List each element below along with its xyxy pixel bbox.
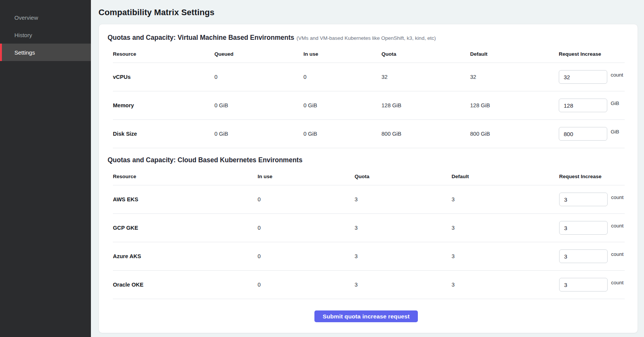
unit-label: count [611, 194, 624, 200]
request-increase-cell: count [559, 278, 625, 292]
unit-label: count [611, 223, 624, 229]
sidebar-item-history[interactable]: History [0, 26, 91, 44]
table-header-row: ResourceQueuedIn useQuotaDefaultRequest … [113, 45, 625, 63]
request-increase-input[interactable] [559, 193, 608, 206]
cell-value: 3 [452, 196, 559, 202]
column-header: Request Increase [559, 174, 625, 179]
page-title: Compatibility Matrix Settings [98, 0, 638, 24]
request-increase-input[interactable] [559, 99, 607, 112]
table-row: GCP GKE033count [113, 214, 625, 242]
table-row: vCPUs003232count [113, 63, 625, 91]
cell-value: 3 [355, 225, 452, 231]
cell-value: 3 [355, 253, 452, 259]
section-vm-environments: Quotas and Capacity: Virtual Machine Bas… [108, 33, 625, 148]
cell-value: 0 [214, 74, 303, 80]
column-header: Quota [381, 51, 470, 57]
column-header: Request Increase [559, 51, 625, 57]
column-header: In use [303, 51, 381, 57]
request-increase-cell: GiB [559, 99, 625, 112]
unit-label: count [611, 72, 623, 78]
table-header-row: ResourceIn useQuotaDefaultRequest Increa… [113, 168, 625, 185]
request-increase-input[interactable] [559, 278, 608, 292]
request-increase-input[interactable] [559, 70, 607, 84]
column-header: Default [470, 51, 559, 57]
resource-name: Memory [113, 102, 214, 108]
table-row: Memory0 GiB0 GiB128 GiB128 GiBGiB [113, 91, 625, 120]
cell-value: 32 [470, 74, 559, 80]
section-heading: Quotas and Capacity: Cloud Based Kuberne… [108, 156, 302, 164]
cell-value: 3 [452, 225, 559, 231]
sidebar: OverviewHistorySettings [0, 0, 91, 337]
submit-quota-increase-button[interactable]: Submit quota increase request [314, 310, 418, 322]
cell-value: 0 GiB [303, 102, 381, 108]
table-body: vCPUs003232countMemory0 GiB0 GiB128 GiB1… [113, 63, 625, 148]
table-row: Azure AKS033count [113, 242, 625, 271]
cell-value: 3 [452, 282, 559, 288]
cell-value: 128 GiB [381, 102, 470, 108]
cell-value: 0 GiB [303, 131, 381, 137]
request-increase-input[interactable] [559, 249, 608, 263]
column-header: Queued [214, 51, 303, 57]
request-increase-cell: count [559, 70, 625, 84]
section-k8s-environments: Quotas and Capacity: Cloud Based Kuberne… [108, 155, 625, 299]
resource-name: Disk Size [113, 131, 214, 137]
column-header: Quota [355, 174, 452, 179]
resource-name: vCPUs [113, 74, 214, 80]
cell-value: 0 [258, 282, 355, 288]
section-heading-row: Quotas and Capacity: Virtual Machine Bas… [108, 33, 625, 42]
resource-name: Oracle OKE [113, 282, 258, 288]
cell-value: 0 GiB [214, 131, 303, 137]
section-subheading: (VMs and VM-based Kubernetes like OpenSh… [297, 35, 436, 41]
cell-value: 0 [258, 225, 355, 231]
sidebar-item-settings[interactable]: Settings [0, 44, 91, 61]
unit-label: GiB [611, 100, 619, 106]
resource-name: GCP GKE [113, 225, 258, 231]
table-row: Oracle OKE033count [113, 271, 625, 299]
unit-label: count [611, 251, 624, 257]
cell-value: 800 GiB [381, 131, 470, 137]
table-row: AWS EKS033count [113, 185, 625, 214]
cell-value: 3 [355, 196, 452, 202]
unit-label: count [611, 280, 624, 285]
resource-name: AWS EKS [113, 196, 258, 202]
sidebar-nav: OverviewHistorySettings [0, 9, 91, 61]
vm-quota-table: ResourceQueuedIn useQuotaDefaultRequest … [113, 45, 625, 148]
section-heading-row: Quotas and Capacity: Cloud Based Kuberne… [108, 155, 625, 165]
column-header: In use [258, 174, 355, 179]
request-increase-input[interactable] [559, 221, 608, 235]
unit-label: GiB [611, 129, 619, 135]
cell-value: 800 GiB [470, 131, 559, 137]
cell-value: 0 [258, 196, 355, 202]
column-header: Resource [113, 174, 258, 179]
cell-value: 3 [452, 253, 559, 259]
quota-settings-card: Quotas and Capacity: Virtual Machine Bas… [98, 24, 638, 333]
table-row: Disk Size0 GiB0 GiB800 GiB800 GiBGiB [113, 120, 625, 148]
cell-value: 32 [381, 74, 470, 80]
section-heading: Quotas and Capacity: Virtual Machine Bas… [108, 34, 294, 41]
column-header: Default [452, 174, 559, 179]
resource-name: Azure AKS [113, 253, 258, 259]
sidebar-item-overview[interactable]: Overview [0, 9, 91, 26]
request-increase-cell: count [559, 249, 625, 263]
cell-value: 0 GiB [214, 102, 303, 108]
request-increase-cell: count [559, 221, 625, 235]
cell-value: 0 [258, 253, 355, 259]
cell-value: 0 [303, 74, 381, 80]
table-body: AWS EKS033countGCP GKE033countAzure AKS0… [113, 185, 625, 299]
cell-value: 128 GiB [470, 102, 559, 108]
request-increase-input[interactable] [559, 127, 607, 141]
submit-row: Submit quota increase request [108, 299, 625, 333]
cell-value: 3 [355, 282, 452, 288]
request-increase-cell: GiB [559, 127, 625, 141]
column-header: Resource [113, 51, 214, 57]
k8s-quota-table: ResourceIn useQuotaDefaultRequest Increa… [113, 168, 625, 299]
request-increase-cell: count [559, 193, 625, 206]
main-content: Compatibility Matrix Settings Quotas and… [91, 0, 644, 337]
